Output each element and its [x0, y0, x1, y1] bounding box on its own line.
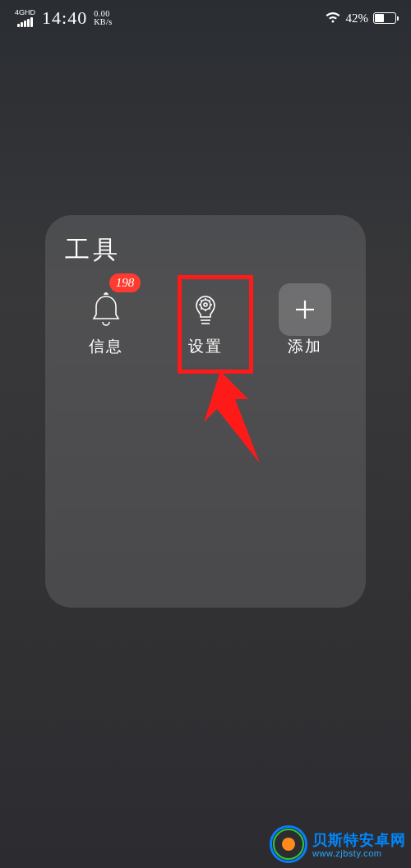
app-messages[interactable]: 198 信息: [63, 283, 148, 357]
watermark-brand: 贝斯特安卓网: [312, 832, 406, 848]
status-right: 42%: [325, 11, 397, 26]
watermark-url: www.zjbsty.com: [312, 848, 406, 858]
network-label: 4GHD: [15, 9, 35, 16]
signal-bars-icon: [17, 17, 33, 27]
app-settings[interactable]: 设置: [163, 283, 247, 357]
gear-bulb-icon: [179, 283, 232, 336]
watermark: 贝斯特安卓网 www.zjbsty.com: [270, 825, 406, 863]
signal-indicator: 4GHD: [15, 9, 35, 27]
folder-title: 工具: [65, 233, 348, 267]
battery-text: 42%: [346, 11, 369, 25]
svg-line-6: [201, 300, 202, 301]
app-add[interactable]: 添加: [263, 283, 348, 357]
watermark-logo-icon: [270, 825, 307, 863]
svg-point-1: [204, 303, 207, 306]
tools-folder-panel[interactable]: 工具 198 信息: [45, 215, 366, 608]
svg-line-7: [209, 308, 210, 310]
net-speed: 0.00 KB/s: [94, 10, 113, 26]
svg-line-9: [209, 300, 210, 301]
app-label: 设置: [188, 336, 223, 357]
plus-icon: [279, 283, 331, 336]
wifi-icon: [325, 11, 341, 26]
clock-time: 14:40: [42, 7, 87, 29]
badge-count: 198: [109, 273, 141, 292]
app-grid: 198 信息: [63, 283, 348, 357]
app-label: 信息: [89, 336, 123, 357]
net-speed-unit: KB/s: [94, 18, 113, 26]
svg-line-8: [201, 308, 202, 310]
battery-icon: [373, 12, 396, 24]
status-bar: 4GHD 14:40 0.00 KB/s 42%: [0, 0, 411, 33]
status-left: 4GHD 14:40 0.00 KB/s: [15, 7, 113, 29]
app-label: 添加: [288, 336, 322, 357]
